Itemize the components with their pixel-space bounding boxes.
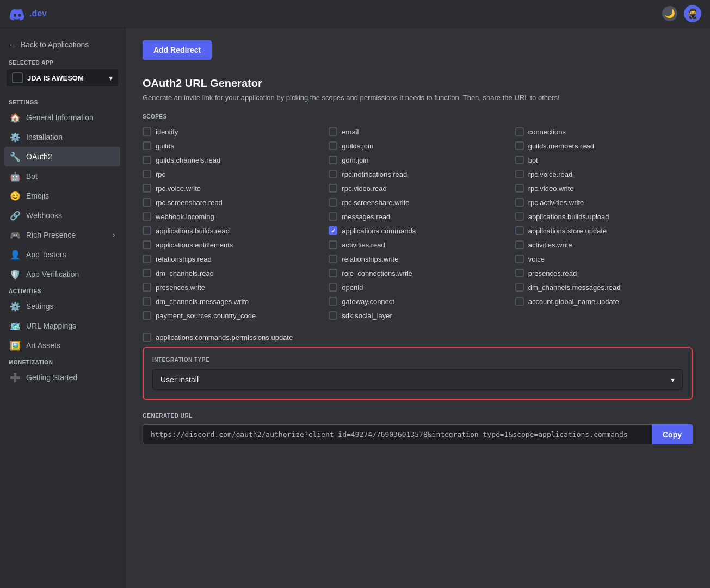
scope-rpc-video-write-checkbox[interactable]	[515, 184, 524, 193]
scope-gateway-connect-checkbox[interactable]	[329, 297, 337, 306]
scope-bot[interactable]: bot	[515, 156, 693, 164]
scope-dm-channels-read[interactable]: dm_channels.read	[143, 269, 320, 277]
scope-sdk-social-layer-checkbox[interactable]	[329, 311, 337, 320]
scope-payment-sources-country-code-checkbox[interactable]	[143, 311, 151, 320]
scope-rpc-notifications-read-checkbox[interactable]	[329, 170, 337, 178]
scope-applications-commands-permissions-update-checkbox[interactable]	[143, 333, 151, 342]
scope-rpc-screenshare-write[interactable]: rpc.screenshare.write	[329, 198, 506, 207]
scope-relationships-read[interactable]: relationships.read	[143, 255, 320, 263]
scope-rpc-voice-read[interactable]: rpc.voice.read	[515, 170, 693, 178]
scope-dm-channels-read-checkbox[interactable]	[143, 269, 151, 277]
scope-rpc-activities-write[interactable]: rpc.activities.write	[515, 198, 693, 207]
scope-messages-read[interactable]: messages.read	[329, 212, 506, 221]
scope-presences-write[interactable]: presences.write	[143, 283, 320, 292]
scope-applications-builds-upload[interactable]: applications.builds.upload	[515, 212, 693, 221]
scope-relationships-read-checkbox[interactable]	[143, 255, 151, 263]
scope-applications-commands-checkbox[interactable]	[329, 226, 337, 235]
scope-connections-checkbox[interactable]	[515, 127, 524, 136]
scope-webhook-incoming[interactable]: webhook.incoming	[143, 212, 320, 221]
add-redirect-button[interactable]: Add Redirect	[143, 40, 212, 60]
scope-rpc-screenshare-read-checkbox[interactable]	[143, 198, 151, 207]
theme-toggle-button[interactable]: 🌙	[662, 6, 677, 21]
sidebar-item-rich-presence[interactable]: 🎮 Rich Presence ›	[4, 225, 120, 245]
scope-voice[interactable]: voice	[515, 255, 693, 263]
sidebar-item-url-mappings[interactable]: 🗺️ URL Mappings	[4, 316, 120, 336]
sidebar-item-app-testers[interactable]: 👤 App Testers	[4, 245, 120, 264]
scope-rpc-video-read-checkbox[interactable]	[329, 184, 337, 193]
scope-dm-channels-messages-write-checkbox[interactable]	[143, 297, 151, 306]
scope-bot-checkbox[interactable]	[515, 156, 524, 164]
scope-gateway-connect[interactable]: gateway.connect	[329, 297, 506, 306]
sidebar-item-app-verification[interactable]: 🛡️ App Verification	[4, 264, 120, 284]
scope-guilds-join-checkbox[interactable]	[329, 141, 337, 150]
scope-rpc-voice-write-checkbox[interactable]	[143, 184, 151, 193]
scope-activities-write[interactable]: activities.write	[515, 240, 693, 249]
scope-sdk-social-layer[interactable]: sdk.social_layer	[329, 311, 506, 320]
sidebar-item-emojis[interactable]: 😊 Emojis	[4, 186, 120, 206]
sidebar-item-webhooks[interactable]: 🔗 Webhooks	[4, 206, 120, 225]
scope-activities-read[interactable]: activities.read	[329, 240, 506, 249]
scope-presences-write-checkbox[interactable]	[143, 283, 151, 292]
scope-relationships-write-checkbox[interactable]	[329, 255, 337, 263]
scope-email[interactable]: email	[329, 127, 506, 136]
scope-guilds-members-read-checkbox[interactable]	[515, 141, 524, 150]
scope-rpc-video-write[interactable]: rpc.video.write	[515, 184, 693, 193]
back-to-applications-link[interactable]: ← Back to Applications	[4, 36, 120, 53]
scope-activities-read-checkbox[interactable]	[329, 240, 337, 249]
scope-gdm-join[interactable]: gdm.join	[329, 156, 506, 164]
scope-applications-entitlements-checkbox[interactable]	[143, 240, 151, 249]
scope-messages-read-checkbox[interactable]	[329, 212, 337, 221]
scope-rpc-voice-write[interactable]: rpc.voice.write	[143, 184, 320, 193]
scope-applications-commands-permissions-update[interactable]: applications.commands.permissions.update	[143, 333, 693, 342]
scope-identify[interactable]: identify	[143, 127, 320, 136]
scope-applications-builds-read[interactable]: applications.builds.read	[143, 226, 320, 235]
scope-presences-read[interactable]: presences.read	[515, 269, 693, 277]
scope-guilds-members-read[interactable]: guilds.members.read	[515, 141, 693, 150]
scope-applications-builds-upload-checkbox[interactable]	[515, 212, 524, 221]
scope-role-connections-write[interactable]: role_connections.write	[329, 269, 506, 277]
integration-type-dropdown[interactable]: User Install ▾	[152, 369, 683, 390]
scope-rpc-screenshare-read[interactable]: rpc.screenshare.read	[143, 198, 320, 207]
scope-payment-sources-country-code[interactable]: payment_sources.country_code	[143, 311, 320, 320]
sidebar-item-art-assets[interactable]: 🖼️ Art Assets	[4, 336, 120, 355]
scope-guilds-channels-read-checkbox[interactable]	[143, 156, 151, 164]
scope-rpc[interactable]: rpc	[143, 170, 320, 178]
scope-applications-commands[interactable]: applications.commands	[329, 226, 506, 235]
scope-email-checkbox[interactable]	[329, 127, 337, 136]
scope-voice-checkbox[interactable]	[515, 255, 524, 263]
scope-openid-checkbox[interactable]	[329, 283, 337, 292]
scope-relationships-write[interactable]: relationships.write	[329, 255, 506, 263]
scope-applications-builds-read-checkbox[interactable]	[143, 226, 151, 235]
sidebar-item-bot[interactable]: 🤖 Bot	[4, 166, 120, 186]
sidebar-item-settings[interactable]: ⚙️ Settings	[4, 296, 120, 316]
scope-dm-channels-messages-read[interactable]: dm_channels.messages.read	[515, 283, 693, 292]
scope-openid[interactable]: openid	[329, 283, 506, 292]
scope-rpc-video-read[interactable]: rpc.video.read	[329, 184, 506, 193]
scope-rpc-checkbox[interactable]	[143, 170, 151, 178]
sidebar-item-general-information[interactable]: 🏠 General Information	[4, 108, 120, 127]
copy-url-button[interactable]: Copy	[652, 424, 693, 444]
scope-rpc-notifications-read[interactable]: rpc.notifications.read	[329, 170, 506, 178]
scope-dm-channels-messages-write[interactable]: dm_channels.messages.write	[143, 297, 320, 306]
sidebar-item-oauth2[interactable]: 🔧 OAuth2	[4, 147, 120, 166]
sidebar-item-installation[interactable]: ⚙️ Installation	[4, 127, 120, 147]
app-selector-dropdown[interactable]: JDA IS AWESOM ▾	[7, 69, 118, 86]
scope-account-global-name-update[interactable]: account.global_name.update	[515, 297, 693, 306]
scope-applications-store-update-checkbox[interactable]	[515, 226, 524, 235]
sidebar-item-getting-started[interactable]: ➕ Getting Started	[4, 368, 120, 387]
user-avatar[interactable]: 🥷	[684, 5, 701, 22]
scope-account-global-name-update-checkbox[interactable]	[515, 297, 524, 306]
scope-applications-entitlements[interactable]: applications.entitlements	[143, 240, 320, 249]
scope-guilds-checkbox[interactable]	[143, 141, 151, 150]
scope-connections[interactable]: connections	[515, 127, 693, 136]
scope-rpc-screenshare-write-checkbox[interactable]	[329, 198, 337, 207]
scope-guilds-channels-read[interactable]: guilds.channels.read	[143, 156, 320, 164]
scope-webhook-incoming-checkbox[interactable]	[143, 212, 151, 221]
scope-dm-channels-messages-read-checkbox[interactable]	[515, 283, 524, 292]
scope-applications-store-update[interactable]: applications.store.update	[515, 226, 693, 235]
scope-activities-write-checkbox[interactable]	[515, 240, 524, 249]
scope-guilds-join[interactable]: guilds.join	[329, 141, 506, 150]
scope-role-connections-write-checkbox[interactable]	[329, 269, 337, 277]
scope-gdm-join-checkbox[interactable]	[329, 156, 337, 164]
scope-guilds[interactable]: guilds	[143, 141, 320, 150]
